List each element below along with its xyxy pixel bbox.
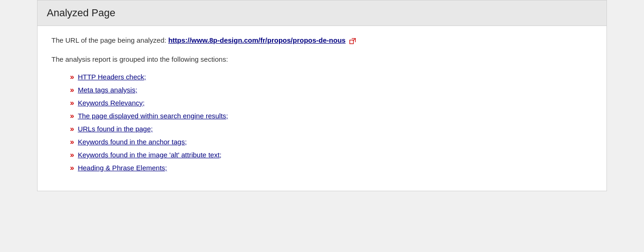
description-line: The analysis report is grouped into the … bbox=[51, 54, 593, 65]
bullet-icon: » bbox=[70, 164, 74, 172]
url-line: The URL of the page being analyzed: http… bbox=[51, 35, 593, 46]
bullet-icon: » bbox=[70, 138, 74, 146]
bullet-icon: » bbox=[70, 73, 74, 81]
list-item: »Heading & Phrase Elements; bbox=[70, 164, 593, 172]
bullet-icon: » bbox=[70, 151, 74, 159]
analyzed-page-card: Analyzed Page The URL of the page being … bbox=[37, 0, 607, 191]
external-link-icon bbox=[349, 37, 356, 44]
list-item: »Keywords Relevancy; bbox=[70, 99, 593, 107]
list-item: »The page displayed within search engine… bbox=[70, 112, 593, 120]
bullet-icon: » bbox=[70, 112, 74, 120]
list-item: »HTTP Headers check; bbox=[70, 73, 593, 81]
bullet-icon: » bbox=[70, 86, 74, 94]
list-item: »Keywords found in the anchor tags; bbox=[70, 138, 593, 146]
nav-link-heading-phrase[interactable]: Heading & Phrase Elements; bbox=[78, 164, 167, 172]
nav-link-keywords-alt-text[interactable]: Keywords found in the image 'alt' attrib… bbox=[78, 151, 221, 159]
nav-link-http-headers[interactable]: HTTP Headers check; bbox=[78, 73, 146, 81]
nav-link-urls-found[interactable]: URLs found in the page; bbox=[78, 125, 153, 133]
nav-link-keywords-anchor-tags[interactable]: Keywords found in the anchor tags; bbox=[78, 138, 187, 146]
url-label: The URL of the page being analyzed: bbox=[51, 36, 166, 44]
bullet-icon: » bbox=[70, 125, 74, 133]
nav-link-keywords-relevancy[interactable]: Keywords Relevancy; bbox=[78, 99, 145, 107]
list-item: »Keywords found in the image 'alt' attri… bbox=[70, 151, 593, 159]
page-title: Analyzed Page bbox=[47, 7, 597, 19]
nav-link-search-engine-results[interactable]: The page displayed within search engine … bbox=[78, 112, 228, 120]
analyzed-url-link[interactable]: https://www.8p-design.com/fr/propos/prop… bbox=[168, 36, 346, 44]
svg-line-1 bbox=[353, 39, 355, 41]
list-item: »Meta tags analysis; bbox=[70, 86, 593, 94]
nav-link-meta-tags[interactable]: Meta tags analysis; bbox=[78, 86, 137, 94]
sections-list: »HTTP Headers check;»Meta tags analysis;… bbox=[51, 73, 593, 172]
card-header: Analyzed Page bbox=[38, 0, 606, 26]
page-container: Analyzed Page The URL of the page being … bbox=[0, 0, 644, 252]
list-item: »URLs found in the page; bbox=[70, 125, 593, 133]
bullet-icon: » bbox=[70, 99, 74, 107]
